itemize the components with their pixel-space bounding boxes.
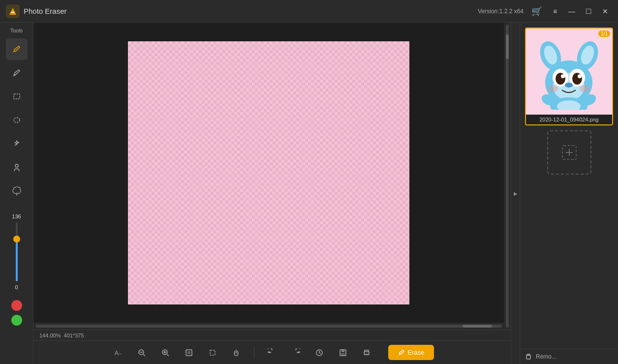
tools-label: Tools — [0, 28, 33, 33]
brush-size-slider-section: 136 0 — [0, 213, 33, 290]
vertical-scrollbar[interactable] — [504, 23, 511, 330]
object-detect-tool[interactable] — [6, 180, 28, 202]
panel-scroll: 1/1 — [520, 23, 618, 349]
horizontal-scrollbar[interactable] — [33, 323, 504, 330]
add-image-button[interactable] — [547, 130, 591, 175]
foreground-color[interactable] — [11, 300, 22, 311]
canvas-wrapper — [33, 23, 511, 330]
pencil-tool[interactable] — [6, 62, 28, 84]
v-scrollbar-thumb — [506, 34, 509, 59]
brush-size-slider[interactable] — [16, 222, 18, 281]
stitch-illustration — [533, 33, 605, 110]
svg-point-36 — [565, 83, 573, 88]
svg-rect-16 — [187, 351, 190, 354]
magic-wand-tool[interactable] — [6, 133, 28, 154]
cart-icon[interactable]: 🛒 — [531, 6, 542, 17]
remove-button[interactable]: Remo... — [520, 349, 618, 364]
svg-rect-3 — [14, 94, 20, 99]
svg-point-34 — [561, 74, 565, 78]
thumbnail-item[interactable]: 1/1 — [525, 28, 613, 125]
thumbnail-image: 1/1 — [526, 29, 612, 115]
main-layout: Tools — [0, 23, 618, 364]
titlebar: Photo Eraser Version:1.2.2 x64 🛒 ≡ — ☐ ✕ — [0, 0, 618, 23]
history-button[interactable] — [311, 345, 327, 361]
minimize-button[interactable]: — — [565, 4, 579, 18]
svg-text:↔: ↔ — [118, 351, 123, 356]
brush-eraser-tool[interactable] — [6, 38, 28, 60]
svg-point-38 — [580, 85, 589, 92]
canvas-main — [33, 23, 504, 330]
svg-rect-23 — [365, 354, 369, 355]
svg-rect-2 — [11, 12, 15, 13]
thumbnail-filename: 2020-12-01_094024.png — [526, 115, 612, 124]
erase-button[interactable]: Erase — [388, 345, 434, 360]
svg-rect-20 — [341, 350, 344, 352]
app-title: Photo Eraser — [24, 7, 67, 15]
right-panel: 1/1 — [520, 23, 618, 364]
close-button[interactable]: ✕ — [598, 4, 612, 18]
canvas-container[interactable] — [33, 23, 504, 323]
app-logo — [6, 4, 20, 18]
h-scrollbar-thumb — [463, 325, 492, 328]
background-color[interactable] — [11, 315, 22, 326]
h-scrollbar-track — [35, 325, 502, 328]
panel-arrow-icon: ▶ — [514, 191, 518, 196]
image-dimensions: 401*375 — [64, 333, 84, 338]
erase-btn-label: Erase — [408, 349, 425, 356]
color-pickers — [11, 300, 22, 326]
version-info: Version:1.2.2 x64 — [478, 8, 524, 15]
maximize-button[interactable]: ☐ — [582, 4, 595, 18]
svg-point-5 — [15, 164, 18, 167]
print-button[interactable] — [359, 345, 374, 361]
remove-label: Remo... — [536, 353, 556, 360]
statusbar: 144.00% 401*375 — [33, 330, 511, 340]
crop-button[interactable] — [205, 345, 220, 361]
svg-point-35 — [578, 74, 582, 78]
undo-button[interactable] — [264, 345, 280, 361]
rectangle-select-tool[interactable] — [6, 86, 28, 107]
svg-rect-17 — [210, 350, 215, 355]
zoom-level: 144.00% — [39, 333, 61, 338]
slider-min: 0 — [15, 284, 18, 290]
bottom-toolbar: A ↔ — [33, 340, 511, 364]
fit-screen-button[interactable] — [181, 345, 197, 361]
left-toolbar: Tools — [0, 23, 33, 364]
slider-value: 136 — [12, 213, 21, 219]
panel-toggle-button[interactable]: ▶ — [511, 23, 520, 364]
svg-line-10 — [143, 354, 145, 356]
zoom-out-button[interactable] — [134, 345, 150, 361]
canvas-area: 144.00% 401*375 A ↔ — [33, 23, 511, 364]
separator — [254, 347, 254, 359]
window-controls: ≡ — ☐ ✕ — [548, 4, 612, 18]
svg-point-37 — [548, 85, 558, 92]
v-scrollbar-track — [506, 25, 509, 328]
svg-rect-46 — [526, 355, 530, 359]
save-button[interactable] — [335, 345, 351, 361]
zoom-in-button[interactable] — [157, 345, 173, 361]
fit-all-button[interactable]: A ↔ — [110, 345, 126, 361]
lasso-tool[interactable] — [6, 109, 28, 131]
thumbnail-badge: 1/1 — [598, 30, 610, 37]
svg-rect-21 — [341, 353, 345, 355]
svg-line-14 — [167, 354, 169, 356]
redo-button[interactable] — [288, 345, 304, 361]
canvas-image — [128, 41, 409, 304]
menu-button[interactable]: ≡ — [548, 4, 562, 18]
svg-point-4 — [14, 118, 20, 122]
person-detect-tool[interactable] — [6, 156, 28, 178]
hand-tool-button[interactable] — [228, 345, 244, 361]
